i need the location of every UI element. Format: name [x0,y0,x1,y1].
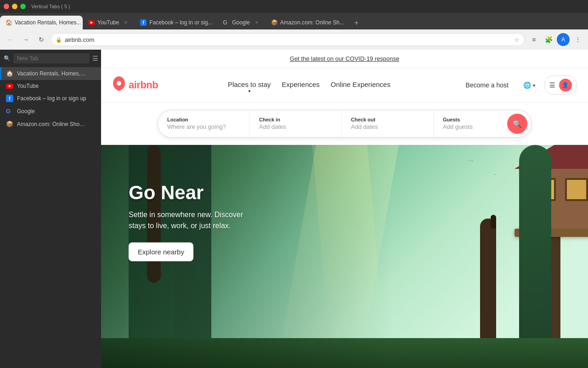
vertical-tabs-menu-icon[interactable]: ☰ [92,54,98,63]
vertical-tabs-sidebar: 🔍 ☰ 🏠 Vacation Rentals, Homes, Experie..… [0,50,101,368]
sidebar-item-google[interactable]: G Google ✕ [0,105,101,118]
more-options-icon[interactable]: ⋮ [571,33,584,46]
airbnb-logo-text: airbnb [129,79,158,91]
main-layout: 🔍 ☰ 🏠 Vacation Rentals, Homes, Experie..… [0,50,588,368]
checkout-field[interactable]: Check out Add dates [342,110,434,137]
search-bar: Location Where are you going? Check in A… [158,110,531,138]
extensions-icon[interactable]: 🧩 [542,33,555,46]
vertical-tabs-label: Vertical Tabs ( 5 ) [31,4,70,9]
amazon-favicon-icon: 📦 [271,19,277,26]
sidebar-item-youtube-label: YouTube [17,83,86,89]
tab-amazon-close-icon[interactable]: ✕ [348,19,348,26]
airbnb-navbar: airbnb Places to stay Experiences Online… [101,68,588,103]
guests-field[interactable]: Guests Add guests [434,110,507,137]
location-field[interactable]: Location Where are you going? [158,110,250,137]
tab-amazon[interactable]: 📦 Amazon.com: Online Sh... ✕ [266,16,348,29]
tab-bar: 🏠 Vacation Rentals, Homes... ✕ ▶ YouTube… [0,13,588,29]
url-text: airbnb.com [65,36,511,43]
toolbar-icons: ≡ 🧩 A ⋮ [527,33,584,46]
sidebar-item-amazon[interactable]: 📦 Amazon.com: Online Shopping for El... … [0,118,101,131]
address-bar[interactable]: 🔒 airbnb.com ☆ [51,33,525,46]
checkout-value: Add dates [351,123,378,130]
guests-value: Add guests [443,123,473,130]
tab-airbnb-label: Vacation Rentals, Homes... [15,19,81,26]
sidebar-item-amazon-label: Amazon.com: Online Shopping for El... [17,121,86,127]
sidebar-item-airbnb-label: Vacation Rentals, Homes, Experie... [17,70,86,77]
covid-link[interactable]: Get the latest on our COVID-19 response [290,55,399,62]
tab-youtube[interactable]: ▶ YouTube ✕ [83,16,135,29]
forward-button[interactable]: → [19,33,32,46]
google-vt-favicon-icon: G [6,108,13,115]
nav-link-online-experiences[interactable]: Online Experiences [331,80,390,90]
checkin-field[interactable]: Check in Add dates [250,110,342,137]
google-favicon-icon: G [223,19,229,26]
tab-google[interactable]: G Google ✕ [217,16,266,29]
airbnb-nav-links: Places to stay Experiences Online Experi… [228,80,390,90]
tab-google-close-icon[interactable]: ✕ [254,19,260,26]
airbnb-logo-icon [112,76,126,94]
sidebar-item-facebook[interactable]: f Facebook – log in or sign up ✕ [0,92,101,105]
back-button[interactable]: ← [4,33,17,46]
sidebar-item-facebook-label: Facebook – log in or sign up [17,95,86,102]
nav-link-experiences[interactable]: Experiences [282,80,320,90]
web-content: Get the latest on our COVID-19 response … [101,50,588,368]
globe-icon: 🌐 [523,81,531,89]
sidebar-item-google-label: Google [17,108,86,115]
search-icon: 🔍 [513,120,522,128]
titlebar: Vertical Tabs ( 5 ) [0,0,588,13]
facebook-favicon-icon: f [140,19,147,26]
checkin-value: Add dates [259,123,286,130]
tab-youtube-label: YouTube [97,19,119,26]
sidebar-item-youtube[interactable]: ▶ YouTube ✕ [0,80,101,92]
hamburger-icon: ☰ [549,81,555,89]
airbnb-favicon-icon: 🏠 [6,19,12,26]
minimize-button[interactable] [12,4,17,9]
nav-link-places[interactable]: Places to stay [228,80,271,90]
facebook-vt-favicon-icon: f [6,95,13,102]
search-bar-container: Location Where are you going? Check in A… [101,103,588,145]
tab-amazon-label: Amazon.com: Online Sh... [280,19,344,26]
youtube-vt-favicon-icon: ▶ [6,84,13,89]
vertical-tab-search-bar: 🔍 ☰ [0,50,101,67]
amazon-vt-favicon-icon: 📦 [6,121,13,128]
close-button[interactable] [4,4,9,9]
tab-google-label: Google [232,19,250,26]
user-avatar-icon: 👤 [559,79,572,92]
reading-list-icon[interactable]: ≡ [527,33,540,46]
tab-youtube-close-icon[interactable]: ✕ [123,19,129,26]
vertical-tab-search-input[interactable] [13,53,90,63]
maximize-button[interactable] [20,4,26,9]
profile-icon[interactable]: A [557,33,570,46]
airbnb-vt-favicon-icon: 🏠 [6,70,13,77]
guests-label: Guests [443,117,498,122]
become-host-button[interactable]: Become a host [460,78,514,92]
hero-section: ~ ~ ~ Go Near Settle in somewhere new. D… [101,145,588,368]
airbnb-nav-right: Become a host 🌐 ▾ ☰ 👤 [460,75,577,95]
covid-banner: Get the latest on our COVID-19 response [101,50,588,68]
checkin-label: Check in [259,117,332,122]
hero-content: Go Near Settle in somewhere new. Discove… [129,182,257,261]
airbnb-logo[interactable]: airbnb [112,76,158,94]
user-menu-button[interactable]: ☰ 👤 [544,75,577,95]
globe-chevron-icon: ▾ [533,83,535,88]
explore-nearby-button[interactable]: Explore nearby [129,242,193,261]
language-selector-button[interactable]: 🌐 ▾ [520,78,539,92]
tab-facebook[interactable]: f Facebook – log in or sig... ✕ [135,16,217,29]
sidebar-item-airbnb[interactable]: 🏠 Vacation Rentals, Homes, Experie... ✕ [0,67,101,80]
location-label: Location [167,117,240,122]
tab-airbnb[interactable]: 🏠 Vacation Rentals, Homes... ✕ [0,16,83,29]
reload-button[interactable]: ↻ [35,33,48,46]
youtube-favicon-icon: ▶ [88,20,95,25]
add-tab-button[interactable]: + [350,17,363,29]
tab-facebook-label: Facebook – log in or sig... [149,19,212,26]
hero-title: Go Near [129,182,257,204]
lock-icon: 🔒 [56,37,62,43]
bookmark-icon[interactable]: ☆ [514,36,520,43]
browser-chrome: 🏠 Vacation Rentals, Homes... ✕ ▶ YouTube… [0,13,588,368]
location-value: Where are you going? [167,123,226,130]
checkout-label: Check out [351,117,424,122]
hero-subtitle: Settle in somewhere new. Discover stays … [129,209,257,231]
search-button[interactable]: 🔍 [507,114,527,134]
search-icon: 🔍 [4,55,11,62]
omnibar: ← → ↻ 🔒 airbnb.com ☆ ≡ 🧩 A ⋮ [0,29,588,50]
